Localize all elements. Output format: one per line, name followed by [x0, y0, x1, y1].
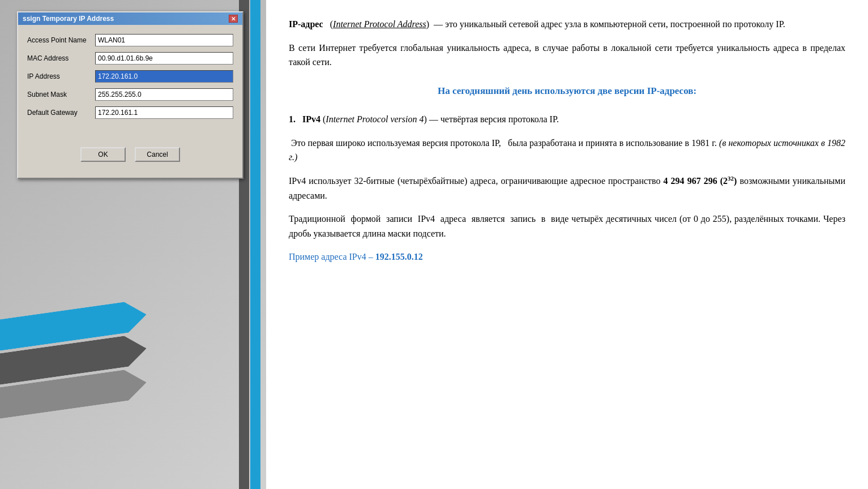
ip-addr-full-name: Internet Protocol Address — [333, 19, 426, 29]
ipv4-heading-line: 1. IPv4 (Internet Protocol version 4) — … — [289, 112, 845, 127]
cancel-button[interactable]: Cancel — [135, 147, 180, 162]
heading-versions: На сегодняшний день используются две вер… — [289, 83, 845, 98]
ipv4-label: IPv4 — [302, 114, 320, 124]
ok-button[interactable]: OK — [80, 147, 126, 162]
vertical-stripe-blue — [250, 0, 260, 489]
dialog-row-ip: IP Address — [27, 70, 233, 83]
dialog-title: ssign Temporary IP Address — [23, 15, 114, 23]
ipv4-full-name: Internet Protocol version 4 — [326, 114, 424, 124]
input-mac-address[interactable] — [95, 52, 233, 65]
dialog-row-gateway: Default Gateway — [27, 106, 233, 119]
dialog-titlebar: ssign Temporary IP Address ✕ — [18, 12, 242, 25]
chevron-decoration — [0, 285, 159, 455]
example-address: 192.155.0.12 — [375, 252, 423, 261]
label-mac-address: MAC Address — [27, 54, 95, 62]
paragraph-1: IP-адрес (Internet Protocol Address) — э… — [289, 17, 845, 32]
paragraph-2: В сети Интернет требуется глобальная уни… — [289, 41, 845, 70]
input-access-point-name[interactable] — [95, 34, 233, 46]
example-prefix: Пример адреса IPv4 – — [289, 252, 375, 261]
dialog-assign-ip: ssign Temporary IP Address ✕ Access Poin… — [17, 11, 243, 179]
ipv4-para1: Это первая широко используемая версия пр… — [289, 136, 845, 165]
dialog-close-button[interactable]: ✕ — [229, 15, 238, 23]
ipv4-para2: IPv4 использует 32-битные (четырёхбайтны… — [289, 174, 845, 203]
ipv4-number: 1. — [289, 114, 302, 124]
left-panel: ssign Temporary IP Address ✕ Access Poin… — [0, 0, 266, 489]
label-ip-address: IP Address — [27, 72, 95, 80]
input-subnet-mask[interactable] — [95, 88, 233, 101]
input-default-gateway[interactable] — [95, 106, 233, 119]
content-area: IP-адрес (Internet Protocol Address) — э… — [289, 17, 845, 264]
label-access-point-name: Access Point Name — [27, 36, 95, 44]
dialog-body: Access Point Name MAC Address IP Address… — [18, 25, 242, 178]
ipv4-address-count: 4 294 967 296 (232) — [664, 176, 737, 186]
dialog-row-mac: MAC Address — [27, 52, 233, 65]
label-subnet-mask: Subnet Mask — [27, 91, 95, 98]
ip-addr-bold-label: IP-адрес — [289, 19, 323, 29]
ipv4-exponent: 32 — [728, 175, 734, 182]
dialog-buttons: OK Cancel — [27, 147, 233, 171]
dialog-row-access-point: Access Point Name — [27, 34, 233, 46]
input-ip-address[interactable] — [95, 70, 233, 83]
ipv4-example: Пример адреса IPv4 – 192.155.0.12 — [289, 250, 845, 264]
ipv4-para3: Традиционной формой записи IPv4 адреса я… — [289, 212, 845, 241]
dialog-row-subnet: Subnet Mask — [27, 88, 233, 101]
label-default-gateway: Default Gateway — [27, 109, 95, 117]
ipv4-section: 1. IPv4 (Internet Protocol version 4) — … — [289, 112, 845, 264]
right-panel: IP-адрес (Internet Protocol Address) — э… — [266, 0, 868, 489]
ipv4-year-note: (в некоторых источниках в 1982 г.) — [289, 138, 845, 162]
